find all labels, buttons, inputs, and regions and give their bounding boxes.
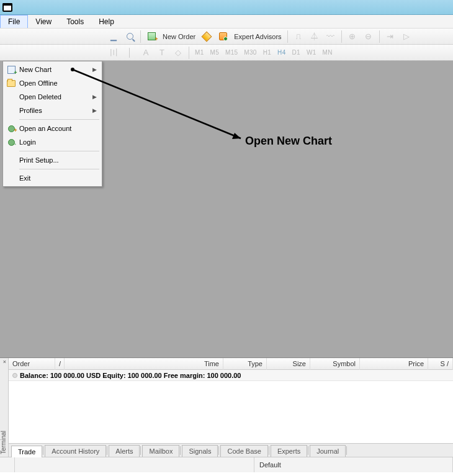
user-add-icon <box>6 125 17 132</box>
tab-account-history[interactable]: Account History <box>45 445 106 457</box>
autotrade-icon[interactable] <box>199 30 214 43</box>
file-print-setup[interactable]: Print Setup... <box>4 153 101 167</box>
status-profile[interactable]: Default <box>254 457 453 472</box>
app-icon <box>2 3 12 12</box>
tf-m1[interactable]: M1 <box>192 49 207 56</box>
col-time[interactable]: Time <box>65 358 223 370</box>
tab-journal[interactable]: Journal <box>310 445 346 457</box>
svg-marker-1 <box>232 133 241 139</box>
file-menu-dropdown: New Chart ▶ Open Offline Open Deleted ▶ … <box>2 61 102 187</box>
expert-advisors-icon[interactable] <box>215 30 230 43</box>
tf-d1[interactable]: D1 <box>290 49 303 56</box>
text-icon[interactable]: A <box>138 46 153 60</box>
submenu-arrow-icon: ▶ <box>92 107 97 114</box>
submenu-arrow-icon: ▶ <box>92 66 97 73</box>
file-login[interactable]: Login <box>4 135 101 149</box>
tab-code-base[interactable]: Code Base <box>220 445 267 457</box>
shapes-icon[interactable]: ◇ <box>171 46 186 60</box>
file-open-deleted[interactable]: Open Deleted ▶ <box>4 90 101 104</box>
col-s[interactable]: S / <box>428 358 453 370</box>
tab-trade[interactable]: Trade <box>11 446 42 457</box>
col-price[interactable]: Price <box>360 358 428 370</box>
col-size[interactable]: Size <box>267 358 310 370</box>
file-open-account[interactable]: Open an Account <box>4 122 101 135</box>
tf-w1[interactable]: W1 <box>304 49 319 56</box>
file-profiles[interactable]: Profiles ▶ <box>4 104 101 117</box>
candlestick-icon[interactable]: ⏃ <box>307 30 322 43</box>
bar-chart-icon[interactable]: ⎍ <box>291 30 306 43</box>
tab-alerts[interactable]: Alerts <box>109 445 140 457</box>
chart-line-icon[interactable]: ▁ <box>106 30 121 43</box>
menu-view[interactable]: View <box>28 15 59 28</box>
vline-icon[interactable]: │ <box>122 46 137 60</box>
scroll-icon[interactable]: ⇥ <box>383 30 398 43</box>
chart-properties-icon[interactable] <box>122 30 137 43</box>
zoom-in-icon[interactable]: ⊕ <box>345 30 360 43</box>
tf-m15[interactable]: M15 <box>223 49 240 56</box>
terminal-side-label: Terminal <box>0 431 9 454</box>
status-dot-icon <box>12 373 17 378</box>
file-open-offline[interactable]: Open Offline <box>4 76 101 90</box>
drawing-toolbar: 〣 │ A T ◇ M1 M5 M15 M30 H1 H4 D1 W1 MN <box>0 45 453 61</box>
terminal-side: × Terminal <box>0 358 9 457</box>
tf-h4[interactable]: H4 <box>275 49 288 56</box>
new-order-icon[interactable] <box>144 30 159 43</box>
shift-icon[interactable]: ▷ <box>399 30 414 43</box>
tab-mailbox[interactable]: Mailbox <box>142 445 179 457</box>
terminal-header-row: Order / Time Type Size Symbol Price S / <box>9 358 453 370</box>
tab-signals[interactable]: Signals <box>182 445 218 457</box>
tf-h1[interactable]: H1 <box>261 49 274 56</box>
chart-workspace: New Chart ▶ Open Offline Open Deleted ▶ … <box>0 61 453 357</box>
col-order[interactable]: Order <box>9 358 55 370</box>
menu-separator <box>19 119 99 120</box>
folder-icon <box>6 80 17 87</box>
status-help-icon[interactable] <box>0 457 15 472</box>
new-order-label[interactable]: New Order <box>160 33 198 40</box>
menu-separator <box>19 151 99 151</box>
line-chart-icon[interactable]: 〰 <box>323 30 338 43</box>
menu-separator <box>19 169 99 169</box>
col-symbol[interactable]: Symbol <box>310 358 360 370</box>
tab-experts[interactable]: Experts <box>271 445 307 457</box>
label-icon[interactable]: T <box>155 46 169 60</box>
tf-mn[interactable]: MN <box>320 49 335 56</box>
status-spacer <box>15 457 254 472</box>
tf-m30[interactable]: M30 <box>241 49 259 56</box>
col-sort[interactable]: / <box>55 358 65 370</box>
user-login-icon <box>6 139 17 146</box>
menu-help[interactable]: Help <box>91 15 122 28</box>
menu-file[interactable]: File <box>0 15 28 28</box>
submenu-arrow-icon: ▶ <box>92 94 97 100</box>
file-exit[interactable]: Exit <box>4 171 101 185</box>
annotation-label: Open New Chart <box>245 135 332 148</box>
terminal-grid-body <box>9 381 453 443</box>
title-bar <box>0 0 453 15</box>
expert-advisors-label[interactable]: Expert Advisors <box>231 33 284 40</box>
crosshair-icon[interactable]: 〣 <box>106 46 121 60</box>
terminal-tabs: Trade Account History Alerts Mailbox Sig… <box>9 443 453 457</box>
terminal-close-icon[interactable]: × <box>2 359 7 365</box>
main-toolbar: ▁ New Order Expert Advisors ⎍ ⏃ 〰 ⊕ ⊖ ⇥ … <box>0 29 453 45</box>
menu-tools[interactable]: Tools <box>59 15 91 28</box>
balance-text: Balance: 100 000.00 USD Equity: 100 000.… <box>20 372 241 379</box>
status-bar: Default <box>0 457 453 472</box>
file-new-chart[interactable]: New Chart ▶ <box>4 63 101 76</box>
zoom-out-icon[interactable]: ⊖ <box>361 30 376 43</box>
col-type[interactable]: Type <box>223 358 267 370</box>
new-chart-icon <box>6 66 17 74</box>
menu-bar: File View Tools Help <box>0 15 453 29</box>
tf-m5[interactable]: M5 <box>208 49 222 56</box>
terminal-panel: × Terminal Order / Time Type Size Symbol… <box>0 357 453 457</box>
balance-row[interactable]: Balance: 100 000.00 USD Equity: 100 000.… <box>9 370 453 381</box>
